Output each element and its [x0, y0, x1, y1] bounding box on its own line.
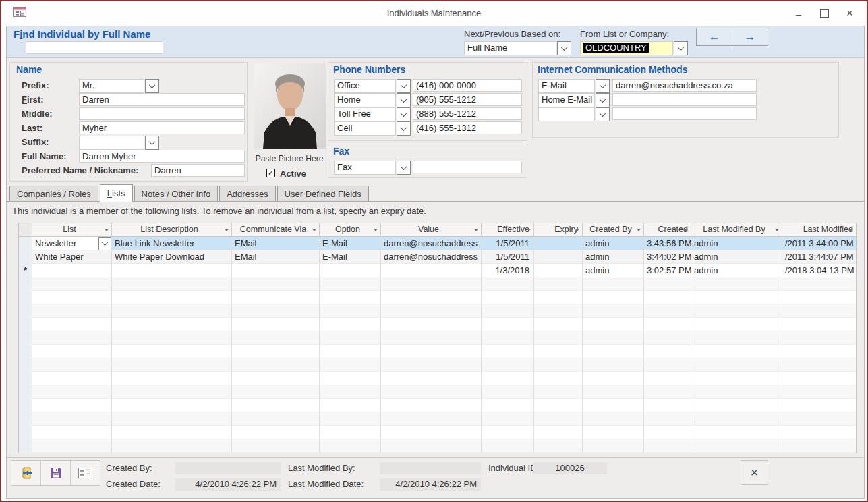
previous-record-button[interactable]: ← [697, 28, 732, 45]
created-cell[interactable]: 3:02:57 PM [644, 264, 691, 277]
filter-dropdown-icon[interactable] [105, 229, 109, 231]
column-header-option[interactable]: Option [320, 223, 381, 237]
phone-type-combo[interactable]: Cell [334, 121, 411, 136]
delete-record-button[interactable]: × [741, 460, 768, 485]
close-button[interactable]: × [842, 7, 857, 20]
column-header-last-modified[interactable]: Last Modified [782, 223, 856, 237]
option-cell[interactable] [320, 264, 381, 277]
full-name-field[interactable]: Darren Myher [79, 150, 245, 163]
column-header-communicate-via[interactable]: Communicate Via [232, 223, 320, 237]
created-by-cell[interactable]: admin [583, 250, 644, 264]
filter-dropdown-icon[interactable] [474, 229, 478, 231]
new-record-selector[interactable]: * [19, 264, 32, 277]
column-header-list-description[interactable]: List Description [112, 223, 232, 237]
email-type-combo[interactable]: Home E-Mail [538, 93, 610, 107]
filter-dropdown-icon[interactable] [312, 229, 316, 231]
row-selector[interactable] [19, 250, 32, 264]
fax-number-field[interactable] [413, 161, 522, 173]
phone-type-combo[interactable]: Toll Free [334, 107, 411, 121]
email-address-field[interactable] [612, 93, 757, 106]
phone-number-field[interactable]: (888) 555-1212 [413, 107, 522, 120]
phone-type-combo[interactable]: Office [334, 79, 411, 93]
chevron-down-icon[interactable] [397, 161, 411, 175]
list-description-cell[interactable]: White Paper Download [112, 250, 232, 264]
value-cell[interactable]: darren@nosuchaddress [381, 250, 482, 264]
datasheet-view-button[interactable] [70, 461, 100, 485]
chevron-down-icon[interactable] [397, 121, 411, 136]
row-selector[interactable] [19, 237, 32, 250]
chevron-down-icon[interactable] [145, 79, 159, 93]
communicate-via-cell[interactable] [232, 264, 320, 277]
value-cell[interactable] [381, 264, 482, 277]
chevron-down-icon[interactable] [674, 41, 688, 55]
tab-companies-roles[interactable]: Companies / Roles [9, 186, 98, 202]
column-header-expiry[interactable]: Expiry [534, 223, 583, 237]
phone-number-field[interactable]: (416) 555-1312 [413, 121, 522, 134]
last-modified-by-cell[interactable]: admin [691, 237, 782, 250]
filter-dropdown-icon[interactable] [575, 229, 579, 231]
column-header-last-modified-by[interactable]: Last Modified By [691, 223, 782, 237]
column-header-list[interactable]: List [32, 223, 112, 237]
effective-cell[interactable]: 1/3/2018 [482, 264, 534, 277]
email-type-combo[interactable] [538, 107, 610, 121]
column-header-created[interactable]: Created [644, 223, 691, 237]
communicate-via-cell[interactable]: EMail [232, 237, 320, 250]
list-cell[interactable] [32, 264, 112, 277]
column-header-effective[interactable]: Effective [482, 223, 534, 237]
email-type-combo[interactable]: E-Mail [538, 79, 610, 93]
value-cell[interactable]: darren@nosuchaddress [381, 237, 482, 250]
created-cell[interactable]: 3:43:56 PM [644, 237, 691, 250]
phone-number-field[interactable]: (905) 555-1212 [413, 93, 522, 106]
column-header-value[interactable]: Value [381, 223, 482, 237]
option-cell[interactable]: E-Mail [320, 250, 381, 264]
filter-dropdown-icon[interactable] [637, 229, 641, 231]
email-address-field[interactable] [612, 107, 757, 120]
last-name-field[interactable]: Myher [79, 121, 245, 134]
chevron-down-icon[interactable] [596, 79, 610, 93]
email-address-field[interactable]: darren@nosuchaddress.co.za [612, 79, 757, 92]
list-description-cell[interactable] [112, 264, 232, 277]
from-list-combo[interactable]: OLDCOUNTRY [580, 41, 688, 55]
last-modified-by-cell[interactable]: admin [691, 264, 782, 277]
created-cell[interactable]: 3:44:02 PM [644, 250, 691, 264]
list-cell[interactable]: Newsletter [32, 237, 112, 250]
chevron-down-icon[interactable] [596, 107, 610, 121]
first-name-field[interactable]: Darren [79, 93, 245, 106]
fax-type-combo[interactable]: Fax [334, 161, 411, 175]
filter-dropdown-icon[interactable] [775, 229, 779, 231]
filter-dropdown-icon[interactable] [374, 229, 378, 231]
maximize-button[interactable] [817, 7, 832, 20]
chevron-down-icon[interactable] [557, 41, 571, 55]
preferred-name-field[interactable]: Darren [151, 164, 245, 177]
created-by-cell[interactable]: admin [583, 237, 644, 250]
chevron-down-icon[interactable] [145, 136, 159, 150]
chevron-down-icon[interactable] [397, 107, 411, 121]
expiry-cell[interactable] [534, 237, 583, 250]
middle-name-field[interactable] [79, 107, 245, 120]
tab-addresses[interactable]: Addresses [219, 186, 275, 202]
photo-frame[interactable] [254, 63, 326, 149]
save-button[interactable] [40, 461, 70, 485]
phone-number-field[interactable]: (416) 000-0000 [413, 79, 522, 92]
chevron-down-icon[interactable] [397, 79, 411, 93]
effective-cell[interactable]: 1/5/2011 [482, 250, 534, 264]
column-header-created-by[interactable]: Created By [583, 223, 644, 237]
next-record-button[interactable]: → [732, 28, 768, 45]
expiry-cell[interactable] [534, 264, 583, 277]
filter-dropdown-icon[interactable] [849, 229, 853, 231]
option-cell[interactable]: E-Mail [320, 237, 381, 250]
filter-dropdown-icon[interactable] [225, 229, 229, 231]
find-individual-input[interactable] [26, 41, 163, 54]
chevron-down-icon[interactable] [596, 93, 610, 107]
list-cell[interactable]: White Paper [32, 250, 112, 264]
last-modified-cell[interactable]: /2018 3:04:13 PM [782, 264, 856, 277]
prefix-combo[interactable]: Mr. [79, 79, 159, 93]
suffix-combo[interactable] [79, 136, 159, 150]
chevron-down-icon[interactable] [98, 237, 111, 250]
active-checkbox[interactable]: ✓ [266, 169, 275, 177]
last-modified-by-cell[interactable]: admin [691, 250, 782, 264]
expiry-cell[interactable] [534, 250, 583, 264]
communicate-via-cell[interactable]: EMail [232, 250, 320, 264]
phone-type-combo[interactable]: Home [334, 93, 411, 107]
filter-dropdown-icon[interactable] [527, 229, 531, 231]
